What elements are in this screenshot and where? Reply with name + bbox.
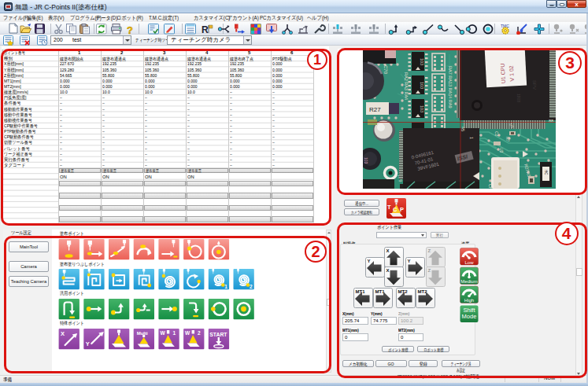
svg-text:P: P <box>400 206 404 213</box>
svg-text:T: T <box>387 204 391 211</box>
svg-text:C: C <box>393 206 398 213</box>
